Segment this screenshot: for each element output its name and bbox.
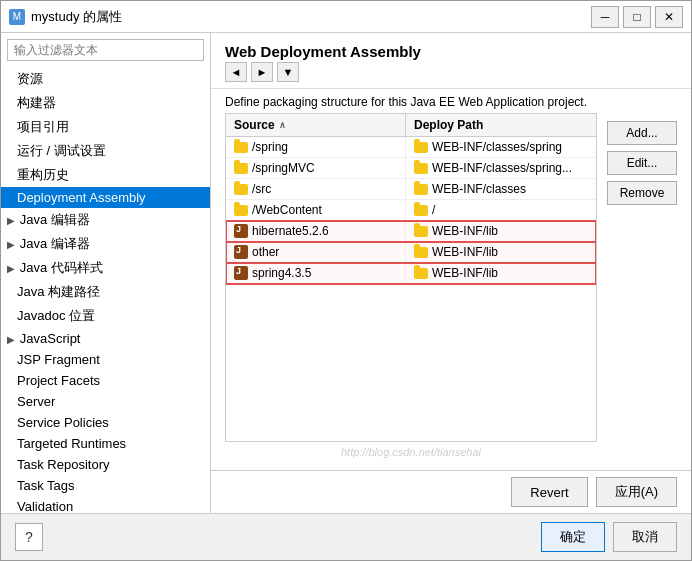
table-row[interactable]: otherWEB-INF/lib	[226, 242, 596, 263]
folder-icon	[414, 226, 428, 237]
source-text: /src	[252, 182, 271, 196]
folder-icon	[234, 205, 248, 216]
main-with-buttons: Source ∧ Deploy Path /springWEB-INF/clas…	[225, 113, 677, 462]
table-row[interactable]: /springWEB-INF/classes/spring	[226, 137, 596, 158]
folder-icon	[414, 205, 428, 216]
sidebar-item-run-debug[interactable]: 运行 / 调试设置	[1, 139, 210, 163]
jar-icon	[234, 224, 248, 238]
deploy-text: /	[432, 203, 435, 217]
deploy-cell: WEB-INF/lib	[406, 221, 596, 241]
table-row[interactable]: /springMVCWEB-INF/classes/spring...	[226, 158, 596, 179]
sidebar-item-java-code-style[interactable]: ▶ Java 代码样式	[1, 256, 210, 280]
nav-forward-button[interactable]: ►	[251, 62, 273, 82]
folder-icon	[414, 268, 428, 279]
deploy-cell: WEB-INF/classes	[406, 179, 596, 199]
left-list: 资源构建器项目引用运行 / 调试设置重构历史Deployment Assembl…	[1, 67, 210, 513]
sidebar-item-jsp-fragment[interactable]: JSP Fragment	[1, 349, 210, 370]
deploy-text: WEB-INF/classes/spring	[432, 140, 562, 154]
maximize-button[interactable]: □	[623, 6, 651, 28]
apply-revert-bar: Revert 应用(A)	[211, 470, 691, 513]
folder-icon	[234, 184, 248, 195]
folder-icon	[414, 163, 428, 174]
table-row[interactable]: hibernate5.2.6WEB-INF/lib	[226, 221, 596, 242]
sidebar-item-task-tags[interactable]: Task Tags	[1, 475, 210, 496]
sidebar-item-resources[interactable]: 资源	[1, 67, 210, 91]
right-action-buttons: Add... Edit... Remove	[597, 113, 677, 462]
folder-icon	[234, 163, 248, 174]
add-button[interactable]: Add...	[607, 121, 677, 145]
source-text: other	[252, 245, 279, 259]
source-text: /spring	[252, 140, 288, 154]
right-content: Source ∧ Deploy Path /springWEB-INF/clas…	[211, 113, 691, 470]
source-text: hibernate5.2.6	[252, 224, 329, 238]
window-title: mystudy 的属性	[31, 8, 122, 26]
deploy-cell: WEB-INF/lib	[406, 242, 596, 262]
sidebar-item-deployment-assembly[interactable]: Deployment Assembly	[1, 187, 210, 208]
left-panel: 资源构建器项目引用运行 / 调试设置重构历史Deployment Assembl…	[1, 33, 211, 513]
deploy-text: WEB-INF/classes	[432, 182, 526, 196]
apply-button[interactable]: 应用(A)	[596, 477, 677, 507]
source-text: /WebContent	[252, 203, 322, 217]
expand-arrow-icon: ▶	[7, 239, 18, 250]
source-cell: /spring	[226, 137, 406, 157]
table-row[interactable]: spring4.3.5WEB-INF/lib	[226, 263, 596, 284]
revert-button[interactable]: Revert	[511, 477, 587, 507]
source-text: spring4.3.5	[252, 266, 311, 280]
sidebar-item-java-build-path[interactable]: Java 构建路径	[1, 280, 210, 304]
source-cell: hibernate5.2.6	[226, 221, 406, 241]
sidebar-item-javadoc-location[interactable]: Javadoc 位置	[1, 304, 210, 328]
nav-back-button[interactable]: ◄	[225, 62, 247, 82]
title-bar-buttons: ─ □ ✕	[591, 6, 683, 28]
deploy-text: WEB-INF/lib	[432, 224, 498, 238]
source-cell: spring4.3.5	[226, 263, 406, 283]
title-bar-left: M mystudy 的属性	[9, 8, 122, 26]
sort-arrow-icon: ∧	[279, 120, 286, 130]
minimize-button[interactable]: ─	[591, 6, 619, 28]
deploy-text: WEB-INF/lib	[432, 245, 498, 259]
edit-button[interactable]: Edit...	[607, 151, 677, 175]
folder-icon	[234, 142, 248, 153]
table-row[interactable]: /WebContent/	[226, 200, 596, 221]
remove-button[interactable]: Remove	[607, 181, 677, 205]
properties-window: M mystudy 的属性 ─ □ ✕ 资源构建器项目引用运行 / 调试设置重构…	[0, 0, 692, 561]
right-description: Define packaging structure for this Java…	[211, 89, 691, 113]
sidebar-item-server[interactable]: Server	[1, 391, 210, 412]
sidebar-item-targeted-runtimes[interactable]: Targeted Runtimes	[1, 433, 210, 454]
sidebar-item-builders[interactable]: 构建器	[1, 91, 210, 115]
sidebar-item-javascript[interactable]: ▶ JavaScript	[1, 328, 210, 349]
sidebar-item-java-editor[interactable]: ▶ Java 编辑器	[1, 208, 210, 232]
deploy-cell: WEB-INF/classes/spring...	[406, 158, 596, 178]
source-cell: other	[226, 242, 406, 262]
deploy-text: WEB-INF/lib	[432, 266, 498, 280]
sidebar-item-validation[interactable]: Validation	[1, 496, 210, 513]
deploy-cell: WEB-INF/lib	[406, 263, 596, 283]
watermark: http://blog.csdn.net/tiansehai	[225, 442, 597, 462]
source-text: /springMVC	[252, 161, 315, 175]
table-header: Source ∧ Deploy Path	[226, 114, 596, 137]
ok-button[interactable]: 确定	[541, 522, 605, 552]
title-bar: M mystudy 的属性 ─ □ ✕	[1, 1, 691, 33]
assembly-table: Source ∧ Deploy Path /springWEB-INF/clas…	[225, 113, 597, 442]
right-panel: Web Deployment Assembly ◄ ► ▼ Define pac…	[211, 33, 691, 513]
jar-icon	[234, 266, 248, 280]
window-icon: M	[9, 9, 25, 25]
nav-dropdown-button[interactable]: ▼	[277, 62, 299, 82]
right-panel-title: Web Deployment Assembly	[225, 43, 677, 60]
sidebar-item-task-repository[interactable]: Task Repository	[1, 454, 210, 475]
right-header: Web Deployment Assembly ◄ ► ▼	[211, 33, 691, 89]
table-row[interactable]: /srcWEB-INF/classes	[226, 179, 596, 200]
filter-input[interactable]	[7, 39, 204, 61]
sidebar-item-java-compiler[interactable]: ▶ Java 编译器	[1, 232, 210, 256]
sidebar-item-refactor-history[interactable]: 重构历史	[1, 163, 210, 187]
deploy-cell: WEB-INF/classes/spring	[406, 137, 596, 157]
sidebar-item-project-refs[interactable]: 项目引用	[1, 115, 210, 139]
table-area: Source ∧ Deploy Path /springWEB-INF/clas…	[225, 113, 597, 462]
source-cell: /WebContent	[226, 200, 406, 220]
folder-icon	[414, 247, 428, 258]
sidebar-item-service-policies[interactable]: Service Policies	[1, 412, 210, 433]
expand-arrow-icon: ▶	[7, 263, 18, 274]
help-button[interactable]: ?	[15, 523, 43, 551]
close-button[interactable]: ✕	[655, 6, 683, 28]
cancel-button[interactable]: 取消	[613, 522, 677, 552]
sidebar-item-project-facets[interactable]: Project Facets	[1, 370, 210, 391]
